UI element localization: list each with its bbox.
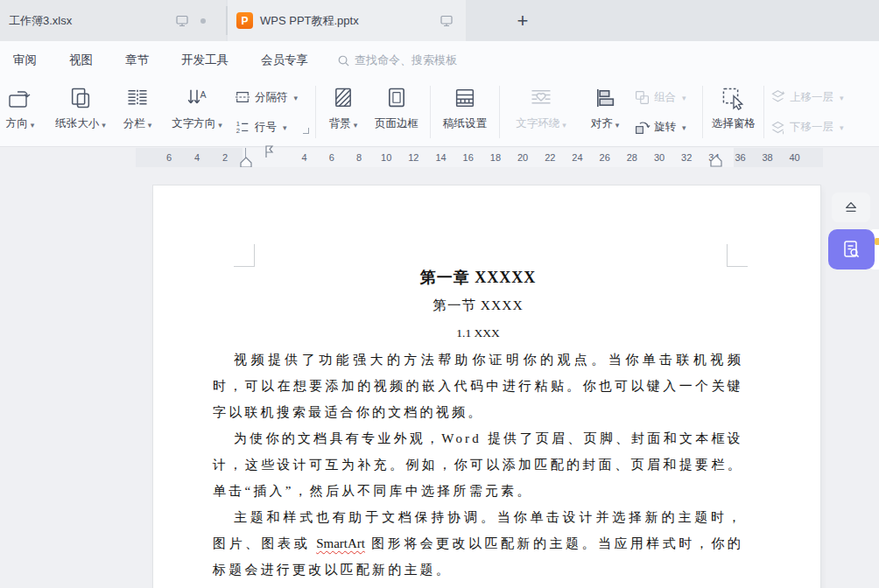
ruler-number: 30 bbox=[645, 148, 672, 167]
monitor-icon bbox=[440, 14, 454, 28]
document-find-button[interactable] bbox=[828, 229, 875, 270]
button-label: 上移一层 bbox=[790, 90, 833, 105]
page-border-button[interactable]: 页面边框 bbox=[368, 82, 425, 131]
dialog-launcher-icon[interactable] bbox=[303, 128, 309, 134]
ribbon-divider bbox=[763, 86, 764, 138]
command-search[interactable]: 查找命令、搜索模板 bbox=[337, 52, 457, 69]
tab-status-dot bbox=[200, 18, 206, 24]
ruler-number: 12 bbox=[400, 148, 427, 167]
wps-writer-window: { "tabbar": { "tabs": [ { "title": "工作簿3… bbox=[0, 0, 879, 588]
paragraph: 为使你的文档具有专业外观，Word 提供了页眉、页脚、封面和文本框设计，这些设计… bbox=[213, 425, 743, 504]
ruler-right-numbers: 363840 bbox=[727, 148, 808, 167]
align-button[interactable]: 对齐 bbox=[581, 82, 629, 131]
columns-button[interactable]: 分栏 bbox=[114, 82, 161, 131]
svg-text:2: 2 bbox=[236, 127, 240, 135]
button-label: 稿纸设置 bbox=[443, 116, 487, 131]
button-label: 背景 bbox=[329, 116, 351, 131]
vip-badge-sliver bbox=[875, 238, 879, 245]
ribbon-divider bbox=[430, 86, 431, 138]
chevron-down-icon bbox=[679, 91, 686, 103]
ruler-number: 6 bbox=[155, 148, 183, 167]
page-orientation-button[interactable]: 方向 bbox=[0, 82, 46, 131]
chevron-down-icon bbox=[145, 118, 152, 130]
align-objects-icon bbox=[593, 82, 617, 114]
button-label: 纸张大小 bbox=[55, 116, 99, 131]
selection-pane-button[interactable]: 选择窗格 bbox=[706, 82, 762, 131]
ruler-number: 36 bbox=[727, 148, 754, 167]
ruler-number: 20 bbox=[510, 148, 537, 167]
menu-item[interactable]: 章节 bbox=[125, 52, 149, 69]
menu-item[interactable]: 会员专享 bbox=[261, 52, 308, 69]
paper-size-icon bbox=[68, 82, 93, 114]
chevron-down-icon bbox=[280, 121, 287, 133]
tab-workbook3[interactable]: 工作簿3.xlsx bbox=[0, 0, 226, 41]
button-label: 页面边框 bbox=[375, 116, 418, 131]
paragraph-clipped: 使用样式库可以快速更改文档中文字的外观，还可以利用主题使文档呈现统一格式。 bbox=[213, 583, 743, 588]
button-label: 分栏 bbox=[123, 116, 145, 131]
menu-item[interactable]: 审阅 bbox=[13, 52, 37, 69]
ruler-number: 24 bbox=[564, 148, 591, 167]
search-placeholder: 查找命令、搜索模板 bbox=[355, 52, 457, 68]
rotate-icon bbox=[634, 119, 650, 136]
wps-presentation-icon: P bbox=[236, 12, 253, 29]
line-numbers-button[interactable]: 1 2 行号 bbox=[234, 116, 287, 138]
window-tab-bar: 工作簿3.xlsx P WPS PPT教程.pptx + bbox=[0, 0, 879, 41]
button-label: 方向 bbox=[6, 116, 28, 131]
ruler-number: 10 bbox=[373, 148, 400, 167]
menu-item[interactable]: 开发工具 bbox=[181, 52, 229, 69]
ruler-number: 2 bbox=[211, 148, 239, 167]
button-label: 对齐 bbox=[591, 116, 613, 131]
button-label: 下移一层 bbox=[790, 120, 833, 135]
ruler-number: 22 bbox=[537, 148, 564, 167]
document-body[interactable]: 第一章 XXXXX 第一节 XXXX 1.1 XXX 视频提供了功能强大的方法帮… bbox=[213, 264, 743, 588]
subsection-heading: 1.1 XXX bbox=[213, 320, 743, 346]
new-tab-button[interactable]: + bbox=[510, 9, 535, 33]
manuscript-grid-icon bbox=[453, 82, 477, 114]
chevron-down-icon bbox=[837, 121, 844, 133]
first-line-indent-marker[interactable] bbox=[263, 144, 275, 159]
chevron-down-icon bbox=[679, 121, 686, 133]
send-backward-icon bbox=[770, 119, 786, 136]
collapse-toolbar-button[interactable] bbox=[832, 192, 870, 222]
misspelled-word: SmartArt bbox=[316, 536, 365, 550]
tab-title: 工作簿3.xlsx bbox=[9, 13, 72, 29]
text-direction-icon: A bbox=[185, 82, 209, 114]
group-button: 组合 bbox=[634, 86, 686, 108]
manuscript-setup-button[interactable]: 稿纸设置 bbox=[435, 82, 495, 131]
tab-wps-ppt-tutorial[interactable]: P WPS PPT教程.pptx bbox=[228, 0, 466, 41]
menu-item[interactable]: 视图 bbox=[69, 52, 93, 69]
paragraph: 视频提供了功能强大的方法帮助你证明你的观点。当你单击联机视频时，可以在想要添加的… bbox=[213, 346, 743, 425]
ruler-margin-numbers: 642 bbox=[155, 148, 239, 167]
rotate-button[interactable]: 旋转 bbox=[634, 116, 686, 138]
text-wrap-button: 文字环绕 bbox=[506, 82, 576, 131]
selection-pane-icon bbox=[721, 82, 747, 114]
button-label: 分隔符 bbox=[255, 90, 288, 105]
ruler-number: 6 bbox=[318, 148, 345, 167]
ruler-number: 16 bbox=[454, 148, 482, 167]
button-label: 文字环绕 bbox=[516, 116, 559, 131]
ruler-number: 18 bbox=[482, 148, 509, 167]
send-backward-button: 下移一层 bbox=[770, 116, 844, 138]
paper-size-button[interactable]: 纸张大小 bbox=[47, 82, 114, 131]
document-page[interactable]: 第一章 XXXXX 第一节 XXXX 1.1 XXX 视频提供了功能强大的方法帮… bbox=[153, 186, 820, 588]
search-icon bbox=[337, 54, 350, 67]
chevron-down-icon bbox=[28, 118, 35, 130]
ruler-page-numbers: 46810121416182022242628303234 bbox=[291, 148, 728, 167]
page-background-button[interactable]: 背景 bbox=[320, 82, 366, 131]
ruler-number: 14 bbox=[427, 148, 454, 167]
button-label: 旋转 bbox=[654, 120, 676, 135]
chevron-down-icon bbox=[559, 118, 566, 130]
monitor-icon bbox=[175, 14, 189, 28]
ruler-number: 32 bbox=[673, 148, 700, 167]
button-label: 文字方向 bbox=[172, 116, 215, 131]
eject-icon bbox=[843, 200, 859, 214]
bring-forward-button: 上移一层 bbox=[770, 86, 844, 108]
breaks-button[interactable]: 分隔符 bbox=[234, 86, 298, 108]
text-direction-button[interactable]: A 文字方向 bbox=[163, 82, 231, 131]
ruler-number: 38 bbox=[754, 148, 781, 167]
paragraph: 主题和样式也有助于文档保持协调。当你单击设计并选择新的主题时，图片、图表或 Sm… bbox=[213, 504, 743, 583]
button-label: 组合 bbox=[654, 90, 676, 105]
ruler-number: 4 bbox=[291, 148, 318, 167]
ribbon-divider bbox=[499, 86, 500, 138]
section-heading: 第一节 XXXX bbox=[213, 290, 743, 320]
